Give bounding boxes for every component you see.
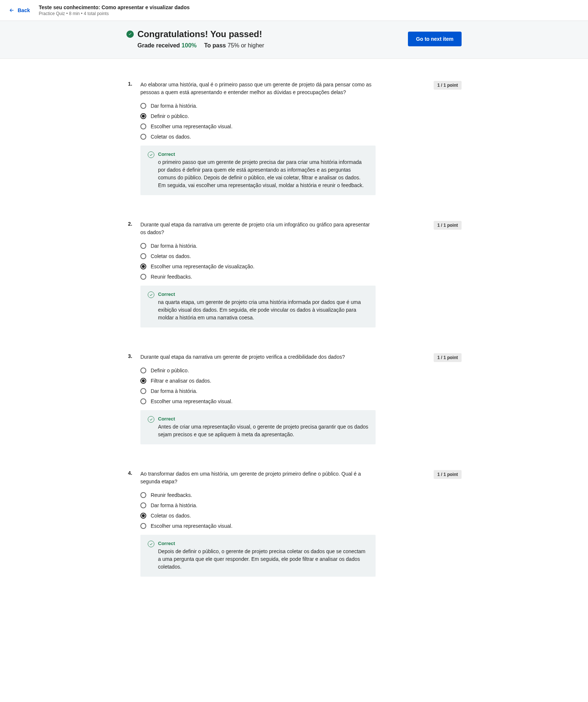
points-badge: 1 / 1 point xyxy=(434,81,462,90)
option-label: Escolher uma representação visual. xyxy=(151,398,233,404)
answer-option[interactable]: Coletar os dados. xyxy=(140,513,376,519)
grade-label: Grade received xyxy=(137,42,182,49)
quiz-meta: Practice Quiz • 8 min • 4 total points xyxy=(39,11,190,16)
feedback-text: o primeiro passo que um gerente de proje… xyxy=(158,158,368,189)
answer-option[interactable]: Definir o público. xyxy=(140,113,376,119)
answer-option[interactable]: Dar forma à história. xyxy=(140,103,376,109)
option-label: Dar forma à história. xyxy=(151,243,197,249)
grade-value: 100% xyxy=(182,42,197,49)
feedback-box: CorrectAntes de criar uma representação … xyxy=(140,410,376,444)
check-outline-icon xyxy=(148,541,154,547)
option-label: Definir o público. xyxy=(151,113,189,119)
option-label: Coletar os dados. xyxy=(151,253,191,259)
question-text: Ao transformar dados em uma história, um… xyxy=(140,470,376,486)
feedback-box: Correcto primeiro passo que um gerente d… xyxy=(140,146,376,195)
feedback-box: Correctna quarta etapa, um gerente de pr… xyxy=(140,286,376,327)
radio-icon xyxy=(140,253,146,259)
pass-value: 75% or higher xyxy=(227,42,264,49)
feedback-text: Antes de criar uma representação visual,… xyxy=(158,423,368,438)
question-body: Ao elaborar uma história, qual é o prime… xyxy=(140,81,376,195)
check-circle-icon xyxy=(126,31,134,38)
grade-line: Grade received 100% To pass 75% or highe… xyxy=(126,42,264,49)
option-label: Coletar os dados. xyxy=(151,513,191,519)
answer-option[interactable]: Escolher uma representação de visualizaç… xyxy=(140,264,376,269)
question-text: Ao elaborar uma história, qual é o prime… xyxy=(140,81,376,96)
radio-icon xyxy=(140,378,146,384)
answer-option[interactable]: Escolher uma representação visual. xyxy=(140,123,376,129)
radio-icon xyxy=(140,523,146,529)
option-label: Reunir feedbacks. xyxy=(151,274,192,280)
radio-icon xyxy=(140,368,146,373)
check-outline-icon xyxy=(148,416,154,423)
question-number: 4. xyxy=(126,470,132,577)
points-badge: 1 / 1 point xyxy=(434,221,462,230)
question-text: Durante qual etapa da narrativa um geren… xyxy=(140,221,376,236)
pass-label: To pass xyxy=(204,42,227,49)
option-label: Coletar os dados. xyxy=(151,134,191,140)
option-label: Definir o público. xyxy=(151,368,189,373)
feedback-text: na quarta etapa, um gerente de projeto c… xyxy=(158,298,368,322)
answer-option[interactable]: Filtrar e analisar os dados. xyxy=(140,378,376,384)
question: 4.Ao transformar dados em uma história, … xyxy=(126,470,462,577)
top-bar: Back Teste seu conhecimento: Como aprese… xyxy=(0,0,588,21)
radio-icon xyxy=(140,103,146,109)
question-body: Ao transformar dados em uma história, um… xyxy=(140,470,376,577)
answer-option[interactable]: Dar forma à história. xyxy=(140,243,376,249)
answer-option[interactable]: Escolher uma representação visual. xyxy=(140,523,376,529)
points-badge: 1 / 1 point xyxy=(434,353,462,362)
quiz-title: Teste seu conhecimento: Como apresentar … xyxy=(39,4,190,10)
congrats-text: Congratulations! You passed! xyxy=(137,29,262,39)
option-label: Escolher uma representação de visualizaç… xyxy=(151,264,255,269)
radio-icon xyxy=(140,502,146,508)
back-button[interactable]: Back xyxy=(9,7,30,13)
radio-icon xyxy=(140,243,146,249)
radio-icon xyxy=(140,264,146,269)
feedback-box: CorrectDepois de definir o público, o ge… xyxy=(140,535,376,577)
option-label: Escolher uma representação visual. xyxy=(151,123,233,129)
question-text: Durante qual etapa da narrativa um geren… xyxy=(140,353,376,361)
question-number: 1. xyxy=(126,81,132,195)
option-label: Dar forma à história. xyxy=(151,502,197,508)
answer-option[interactable]: Dar forma à história. xyxy=(140,388,376,394)
radio-icon xyxy=(140,123,146,129)
answer-option[interactable]: Dar forma à história. xyxy=(140,502,376,508)
question-number: 2. xyxy=(126,221,132,327)
answer-option[interactable]: Coletar os dados. xyxy=(140,134,376,140)
option-label: Filtrar e analisar os dados. xyxy=(151,378,211,384)
feedback-title: Correct xyxy=(158,151,368,157)
radio-icon xyxy=(140,513,146,519)
question-body: Durante qual etapa da narrativa um geren… xyxy=(140,221,376,327)
answer-option[interactable]: Coletar os dados. xyxy=(140,253,376,259)
radio-icon xyxy=(140,492,146,498)
option-label: Reunir feedbacks. xyxy=(151,492,192,498)
question-body: Durante qual etapa da narrativa um geren… xyxy=(140,353,376,444)
arrow-left-icon xyxy=(9,7,15,13)
option-label: Escolher uma representação visual. xyxy=(151,523,233,529)
check-outline-icon xyxy=(148,291,154,298)
question: 2.Durante qual etapa da narrativa um ger… xyxy=(126,221,462,327)
option-label: Dar forma à história. xyxy=(151,103,197,109)
question-number: 3. xyxy=(126,353,132,444)
questions-list: 1.Ao elaborar uma história, qual é o pri… xyxy=(118,59,470,632)
question: 1.Ao elaborar uma história, qual é o pri… xyxy=(126,81,462,195)
go-to-next-button[interactable]: Go to next item xyxy=(408,32,462,46)
answer-option[interactable]: Definir o público. xyxy=(140,368,376,373)
back-label: Back xyxy=(18,7,30,13)
feedback-title: Correct xyxy=(158,291,368,297)
answer-option[interactable]: Reunir feedbacks. xyxy=(140,274,376,280)
answer-option[interactable]: Reunir feedbacks. xyxy=(140,492,376,498)
points-badge: 1 / 1 point xyxy=(434,470,462,479)
radio-icon xyxy=(140,134,146,140)
answer-option[interactable]: Escolher uma representação visual. xyxy=(140,398,376,404)
radio-icon xyxy=(140,113,146,119)
feedback-title: Correct xyxy=(158,541,368,546)
question: 3.Durante qual etapa da narrativa um ger… xyxy=(126,353,462,444)
feedback-text: Depois de definir o público, o gerente d… xyxy=(158,548,368,571)
radio-icon xyxy=(140,388,146,394)
option-label: Dar forma à história. xyxy=(151,388,197,394)
result-banner: Congratulations! You passed! Grade recei… xyxy=(0,21,588,59)
feedback-title: Correct xyxy=(158,416,368,422)
radio-icon xyxy=(140,398,146,404)
radio-icon xyxy=(140,274,146,280)
title-block: Teste seu conhecimento: Como apresentar … xyxy=(39,4,190,16)
